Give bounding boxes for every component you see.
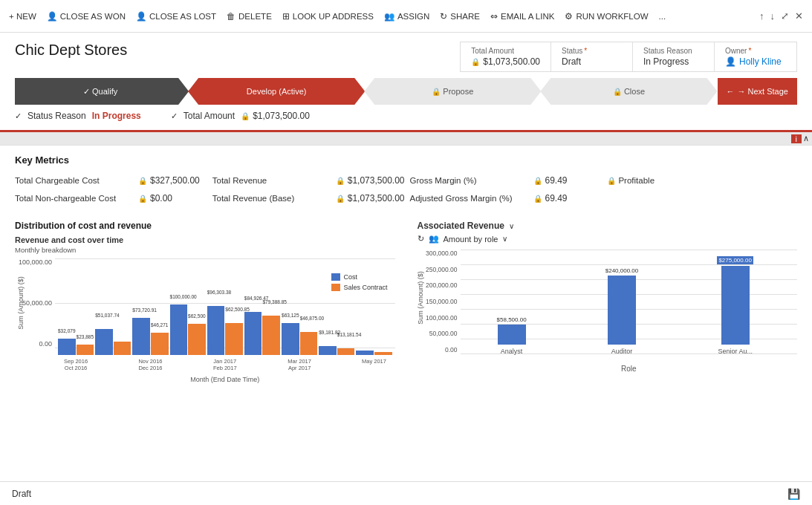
key-metrics-title: Key Metrics: [15, 154, 797, 166]
new-button[interactable]: + NEW: [9, 12, 36, 21]
metric-lock-icon: 🔒: [138, 177, 147, 185]
bar-group-sep2016: $32,079 $23,885: [58, 339, 94, 355]
x-labels: Sep 2016Oct 2016 Nov 2016Dec 2016 Jan 20…: [55, 358, 395, 371]
collapse-indicator[interactable]: i: [791, 134, 802, 143]
bar-group-nov2016: $73,720.91 $46,271: [132, 318, 168, 355]
back-arrow-icon: ←: [727, 87, 735, 96]
left-chart-area: 100,000.00 50,000.00 0.00 Sum (Amount) (…: [15, 258, 395, 385]
lock-icon: 🔒: [471, 58, 480, 66]
status-reason-row: ✓ Status Reason In Progress: [15, 111, 141, 121]
nc-lock-icon: 🔒: [138, 195, 147, 203]
next-stage-button[interactable]: ← → Next Stage: [718, 78, 797, 105]
left-chart: Distribution of cost and revenue Revenue…: [15, 221, 395, 385]
right-x-axis-title: Role: [461, 365, 798, 373]
assign-icon: 👥: [384, 11, 394, 22]
status-field: Status * Draft: [551, 42, 633, 71]
pipeline-stages: ✓ Qualify Develop (Active) 🔒 Propose 🔒 C…: [15, 78, 797, 105]
propose-lock-icon: 🔒: [432, 88, 441, 96]
header-fields: Total Amount 🔒 $1,073,500.00 Status * Dr…: [460, 42, 797, 72]
collapse-arrow[interactable]: ∧: [803, 134, 809, 143]
agm-lock-icon: 🔒: [533, 195, 542, 203]
expand-button[interactable]: ⤢: [781, 10, 789, 22]
metric-non-chargeable: Total Non-chargeable Cost 🔒 $0.00: [15, 191, 205, 206]
associated-revenue-title: Associated Revenue: [418, 221, 504, 231]
pipeline: ✓ Qualify Develop (Active) 🔒 Propose 🔒 C…: [0, 78, 812, 105]
workflow-button[interactable]: ⚙ RUN WORKFLOW: [565, 11, 648, 22]
status-check-icon: ✓: [15, 111, 22, 121]
bar-group-oct2016: $51,037.74: [95, 329, 131, 355]
scroll-up-button[interactable]: ↑: [759, 10, 764, 22]
status-fields-row: ✓ Status Reason In Progress ✓ Total Amou…: [0, 105, 812, 127]
bar-auditor: $240,000.00 Auditor: [605, 267, 639, 355]
workflow-icon: ⚙: [565, 11, 573, 22]
status-reason-field: Status Reason In Progress: [633, 42, 715, 71]
scroll-down-button[interactable]: ↓: [770, 10, 776, 22]
total-amount-row: ✓ Total Amount 🔒 $1,073,500.00: [171, 111, 310, 121]
metric-gross-margin: Gross Margin (%) 🔒 69.49: [410, 173, 600, 188]
right-y-axis-label: Sum (Amount) ($): [416, 271, 423, 325]
close-lost-icon: 👤: [136, 11, 146, 22]
owner-field: Owner * 👤 Holly Kline: [715, 42, 796, 71]
more-button[interactable]: ...: [659, 12, 666, 21]
bar-senior-auditor: $275,000.00 Senior Au...: [717, 256, 753, 355]
stage-close[interactable]: 🔒 Close: [540, 78, 717, 105]
delete-icon: 🗑: [227, 12, 236, 21]
amount-lock-icon: 🔒: [241, 112, 250, 120]
lookup-button[interactable]: ⊞ LOOK UP ADDRESS: [282, 11, 374, 22]
toolbar: + NEW 👤 CLOSE AS WON 👤 CLOSE AS LOST 🗑 D…: [0, 0, 812, 33]
header-section: Chic Dept Stores Total Amount 🔒 $1,073,5…: [0, 33, 812, 78]
metric-adj-gross-margin: Adjusted Gross Margin (%) 🔒 69.49: [410, 191, 600, 206]
delete-button[interactable]: 🗑 DELETE: [227, 12, 272, 21]
page-title: Chic Dept Stores: [15, 42, 127, 59]
close-button[interactable]: ✕: [795, 10, 803, 22]
rb-lock-icon: 🔒: [336, 195, 345, 203]
close-lock-icon: 🔒: [613, 88, 622, 96]
stage-propose[interactable]: 🔒 Propose: [364, 78, 541, 105]
toolbar-right: ↑ ↓ ⤢ ✕: [759, 10, 803, 22]
chart-legend: Cost Sales Contract: [331, 273, 387, 291]
bar-analyst: $58,500.00 Analyst: [497, 316, 527, 355]
share-icon: ↻: [440, 11, 447, 22]
key-metrics-section: Key Metrics Total Chargeable Cost 🔒 $327…: [0, 145, 812, 215]
close-lost-button[interactable]: 👤 CLOSE AS LOST: [136, 11, 216, 22]
refresh-icon[interactable]: ↻: [418, 234, 424, 244]
metric-total-chargeable: Total Chargeable Cost 🔒 $327,500.00: [15, 173, 205, 188]
share-button[interactable]: ↻ SHARE: [440, 11, 480, 22]
metric-profitable: 🔒 Profitable: [607, 173, 797, 188]
email-button[interactable]: ⇔ EMAIL A LINK: [490, 11, 554, 22]
stage-qualify[interactable]: ✓ Qualify: [15, 78, 189, 105]
amount-check-icon: ✓: [171, 111, 178, 121]
bar-group-mar2017: $63,125 $46,875.00: [282, 323, 317, 355]
bar-sales-sep: [77, 345, 94, 355]
assign-button[interactable]: 👥 ASSIGN: [384, 11, 429, 22]
bar-group-apr2017: $9,181.82 $13,181.54: [319, 346, 354, 355]
role-icon: 👥: [429, 234, 439, 244]
left-chart-subtitle: Monthly breakdown: [15, 246, 395, 254]
bar-cost-sep: [58, 339, 76, 355]
legend-cost: Cost: [331, 273, 387, 281]
email-icon: ⇔: [490, 11, 498, 22]
total-amount-field: Total Amount 🔒 $1,073,500.00: [461, 42, 551, 71]
metrics-grid: Total Chargeable Cost 🔒 $327,500.00 Tota…: [15, 173, 797, 206]
left-chart-content: Revenue and cost over time Monthly break…: [15, 235, 395, 385]
right-bars-container: $58,500.00 Analyst $240,000.00 Auditor $…: [461, 251, 790, 355]
x-axis-title: Month (End Date Time): [55, 376, 395, 383]
qualify-check-icon: ✓: [83, 87, 90, 97]
associated-revenue-dropdown[interactable]: ∨: [509, 222, 514, 230]
profitable-lock-icon: 🔒: [607, 177, 616, 185]
bar-group-dec2016: $100,000.00 $62,500: [170, 304, 206, 355]
distribution-section: Distribution of cost and revenue Revenue…: [0, 215, 812, 388]
y-axis-label: Sum (Amount) ($): [17, 276, 25, 330]
main-content: Chic Dept Stores Total Amount 🔒 $1,073,5…: [0, 33, 812, 481]
metric-total-revenue: Total Revenue 🔒 $1,073,500.00: [212, 173, 403, 188]
stage-develop[interactable]: Develop (Active): [188, 78, 365, 105]
amount-dropdown[interactable]: ∨: [502, 235, 507, 243]
owner-icon: 👤: [725, 56, 736, 67]
amount-by-role-row: ↻ 👥 Amount by role ∨: [418, 234, 798, 244]
right-chart-area: 300,000.00 250,000.00 200,000.00 150,000…: [418, 250, 798, 376]
close-won-button[interactable]: 👤 CLOSE AS WON: [47, 11, 126, 22]
bar-group-may2017: [356, 351, 392, 355]
associated-revenue-header: Associated Revenue ∨: [418, 221, 798, 231]
bar-group-feb2017: $84,926.47 $79,388.85: [244, 312, 280, 355]
collapse-bar: i ∧: [0, 132, 812, 145]
